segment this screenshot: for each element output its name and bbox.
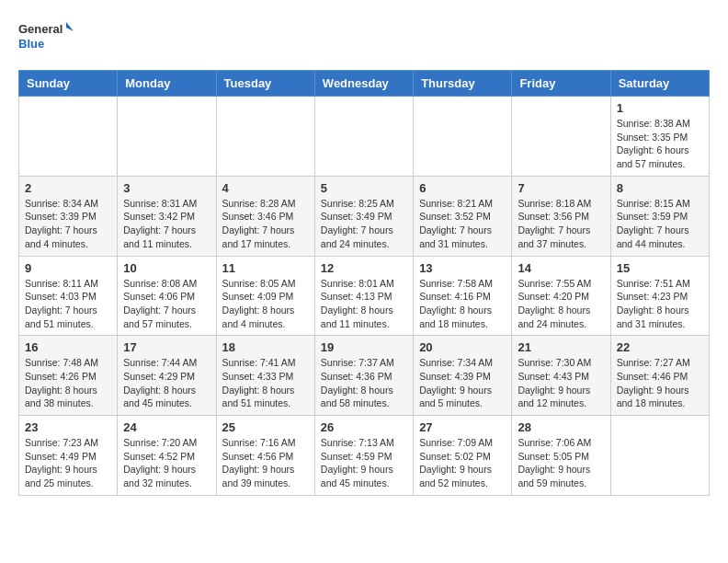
calendar-cell: [610, 416, 709, 496]
day-number: 23: [25, 420, 111, 434]
day-number: 2: [25, 181, 111, 195]
calendar-cell: 10Sunrise: 8:08 AM Sunset: 4:06 PM Dayli…: [118, 256, 216, 336]
calendar-cell: 4Sunrise: 8:28 AM Sunset: 3:46 PM Daylig…: [216, 176, 314, 256]
day-number: 22: [617, 340, 703, 354]
day-number: 3: [123, 181, 210, 195]
weekday-header: Monday: [118, 71, 216, 97]
calendar-cell: 3Sunrise: 8:31 AM Sunset: 3:42 PM Daylig…: [118, 176, 216, 256]
weekday-header: Saturday: [610, 71, 709, 97]
calendar-cell: [314, 97, 413, 177]
calendar-cell: 25Sunrise: 7:16 AM Sunset: 4:56 PM Dayli…: [216, 416, 314, 496]
day-info: Sunrise: 8:31 AM Sunset: 3:42 PM Dayligh…: [123, 197, 210, 251]
calendar-cell: 6Sunrise: 8:21 AM Sunset: 3:52 PM Daylig…: [414, 176, 512, 256]
calendar-cell: 14Sunrise: 7:55 AM Sunset: 4:20 PM Dayli…: [512, 256, 610, 336]
day-info: Sunrise: 8:08 AM Sunset: 4:06 PM Dayligh…: [123, 277, 210, 331]
calendar-cell: 19Sunrise: 7:37 AM Sunset: 4:36 PM Dayli…: [314, 336, 413, 416]
calendar-cell: 8Sunrise: 8:15 AM Sunset: 3:59 PM Daylig…: [610, 176, 709, 256]
calendar-cell: [118, 97, 216, 177]
calendar-cell: 18Sunrise: 7:41 AM Sunset: 4:33 PM Dayli…: [216, 336, 314, 416]
day-info: Sunrise: 7:37 AM Sunset: 4:36 PM Dayligh…: [321, 356, 407, 410]
calendar-cell: 9Sunrise: 8:11 AM Sunset: 4:03 PM Daylig…: [19, 256, 118, 336]
week-row: 1Sunrise: 8:38 AM Sunset: 3:35 PM Daylig…: [19, 97, 710, 177]
calendar-cell: 11Sunrise: 8:05 AM Sunset: 4:09 PM Dayli…: [216, 256, 314, 336]
calendar-cell: 12Sunrise: 8:01 AM Sunset: 4:13 PM Dayli…: [314, 256, 413, 336]
calendar-cell: [512, 97, 610, 177]
day-number: 20: [419, 340, 506, 354]
svg-marker-2: [66, 22, 74, 31]
day-number: 24: [123, 420, 210, 434]
weekday-header: Wednesday: [314, 71, 413, 97]
calendar-cell: [414, 97, 512, 177]
day-info: Sunrise: 7:30 AM Sunset: 4:43 PM Dayligh…: [518, 356, 604, 410]
day-number: 8: [617, 181, 703, 195]
day-info: Sunrise: 7:09 AM Sunset: 5:02 PM Dayligh…: [419, 436, 506, 490]
calendar-cell: 24Sunrise: 7:20 AM Sunset: 4:52 PM Dayli…: [118, 416, 216, 496]
day-info: Sunrise: 8:34 AM Sunset: 3:39 PM Dayligh…: [25, 197, 111, 251]
calendar-cell: 1Sunrise: 8:38 AM Sunset: 3:35 PM Daylig…: [610, 97, 709, 177]
day-number: 25: [222, 420, 309, 434]
calendar-cell: 26Sunrise: 7:13 AM Sunset: 4:59 PM Dayli…: [314, 416, 413, 496]
day-info: Sunrise: 8:25 AM Sunset: 3:49 PM Dayligh…: [321, 197, 407, 251]
weekday-header: Thursday: [414, 71, 512, 97]
day-number: 16: [25, 340, 111, 354]
day-info: Sunrise: 7:58 AM Sunset: 4:16 PM Dayligh…: [419, 277, 506, 331]
week-row: 9Sunrise: 8:11 AM Sunset: 4:03 PM Daylig…: [19, 256, 710, 336]
day-info: Sunrise: 7:41 AM Sunset: 4:33 PM Dayligh…: [222, 356, 309, 410]
day-number: 9: [25, 261, 111, 275]
day-info: Sunrise: 7:23 AM Sunset: 4:49 PM Dayligh…: [25, 436, 111, 490]
calendar-cell: 17Sunrise: 7:44 AM Sunset: 4:29 PM Dayli…: [118, 336, 216, 416]
day-info: Sunrise: 8:11 AM Sunset: 4:03 PM Dayligh…: [25, 277, 111, 331]
day-number: 18: [222, 340, 309, 354]
day-number: 5: [321, 181, 407, 195]
day-info: Sunrise: 8:21 AM Sunset: 3:52 PM Dayligh…: [419, 197, 506, 251]
day-number: 13: [419, 261, 506, 275]
day-number: 6: [419, 181, 506, 195]
day-number: 19: [321, 340, 407, 354]
calendar-cell: 15Sunrise: 7:51 AM Sunset: 4:23 PM Dayli…: [610, 256, 709, 336]
weekday-header: Friday: [512, 71, 610, 97]
calendar-cell: 20Sunrise: 7:34 AM Sunset: 4:39 PM Dayli…: [414, 336, 512, 416]
calendar-cell: 7Sunrise: 8:18 AM Sunset: 3:56 PM Daylig…: [512, 176, 610, 256]
day-info: Sunrise: 8:38 AM Sunset: 3:35 PM Dayligh…: [617, 117, 703, 171]
day-number: 10: [123, 261, 210, 275]
day-info: Sunrise: 7:20 AM Sunset: 4:52 PM Dayligh…: [123, 436, 210, 490]
day-info: Sunrise: 7:55 AM Sunset: 4:20 PM Dayligh…: [518, 277, 604, 331]
day-number: 4: [222, 181, 309, 195]
week-row: 2Sunrise: 8:34 AM Sunset: 3:39 PM Daylig…: [19, 176, 710, 256]
week-row: 16Sunrise: 7:48 AM Sunset: 4:26 PM Dayli…: [19, 336, 710, 416]
calendar-cell: 2Sunrise: 8:34 AM Sunset: 3:39 PM Daylig…: [19, 176, 118, 256]
day-info: Sunrise: 7:27 AM Sunset: 4:46 PM Dayligh…: [617, 356, 703, 410]
calendar-cell: 16Sunrise: 7:48 AM Sunset: 4:26 PM Dayli…: [19, 336, 118, 416]
day-info: Sunrise: 7:16 AM Sunset: 4:56 PM Dayligh…: [222, 436, 309, 490]
day-info: Sunrise: 7:34 AM Sunset: 4:39 PM Dayligh…: [419, 356, 506, 410]
page-header: General Blue: [18, 18, 710, 55]
day-number: 7: [518, 181, 604, 195]
calendar-cell: [216, 97, 314, 177]
day-number: 21: [518, 340, 604, 354]
calendar-cell: 22Sunrise: 7:27 AM Sunset: 4:46 PM Dayli…: [610, 336, 709, 416]
calendar-cell: 21Sunrise: 7:30 AM Sunset: 4:43 PM Dayli…: [512, 336, 610, 416]
day-info: Sunrise: 8:18 AM Sunset: 3:56 PM Dayligh…: [518, 197, 604, 251]
calendar-cell: 13Sunrise: 7:58 AM Sunset: 4:16 PM Dayli…: [414, 256, 512, 336]
day-number: 1: [617, 101, 703, 115]
svg-text:General: General: [18, 22, 63, 36]
day-info: Sunrise: 7:13 AM Sunset: 4:59 PM Dayligh…: [321, 436, 407, 490]
calendar-cell: 5Sunrise: 8:25 AM Sunset: 3:49 PM Daylig…: [314, 176, 413, 256]
calendar-cell: 27Sunrise: 7:09 AM Sunset: 5:02 PM Dayli…: [414, 416, 512, 496]
day-number: 26: [321, 420, 407, 434]
day-number: 27: [419, 420, 506, 434]
day-number: 12: [321, 261, 407, 275]
calendar-cell: [19, 97, 118, 177]
calendar-cell: 28Sunrise: 7:06 AM Sunset: 5:05 PM Dayli…: [512, 416, 610, 496]
svg-text:Blue: Blue: [18, 37, 44, 51]
day-info: Sunrise: 7:51 AM Sunset: 4:23 PM Dayligh…: [617, 277, 703, 331]
week-row: 23Sunrise: 7:23 AM Sunset: 4:49 PM Dayli…: [19, 416, 710, 496]
day-info: Sunrise: 8:05 AM Sunset: 4:09 PM Dayligh…: [222, 277, 309, 331]
day-info: Sunrise: 7:06 AM Sunset: 5:05 PM Dayligh…: [518, 436, 604, 490]
logo-svg: General Blue: [18, 18, 74, 55]
day-info: Sunrise: 8:01 AM Sunset: 4:13 PM Dayligh…: [321, 277, 407, 331]
day-number: 11: [222, 261, 309, 275]
weekday-header-row: SundayMondayTuesdayWednesdayThursdayFrid…: [19, 71, 710, 97]
day-info: Sunrise: 7:44 AM Sunset: 4:29 PM Dayligh…: [123, 356, 210, 410]
day-number: 15: [617, 261, 703, 275]
